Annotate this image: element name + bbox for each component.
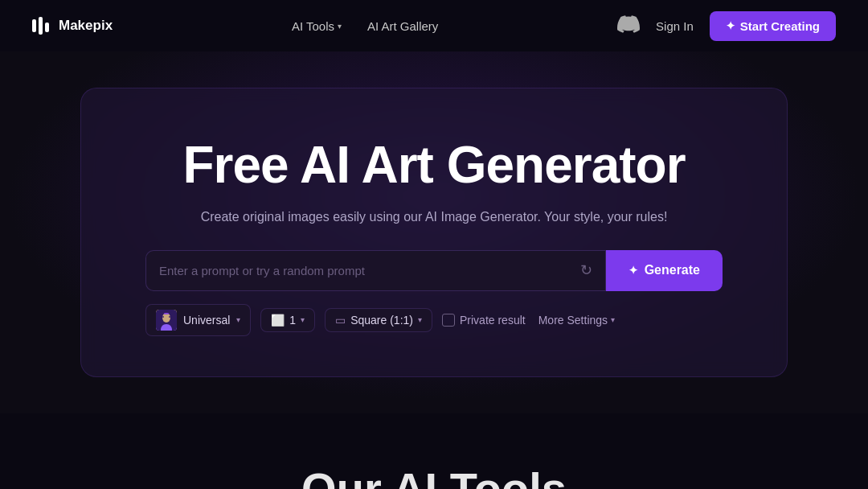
bottom-section: Our AI Tools <box>0 413 868 489</box>
sparkle-icon: ✦ <box>726 19 735 32</box>
svg-point-3 <box>162 316 164 318</box>
prompt-input-wrapper: ↻ <box>145 250 606 291</box>
count-chevron-icon: ▾ <box>301 315 305 324</box>
section-title: Our AI Tools <box>301 466 567 489</box>
count-selector[interactable]: ⬜ 1 ▾ <box>260 308 315 332</box>
prompt-row: ↻ ✦ Generate <box>145 250 723 291</box>
more-settings-chevron-icon: ▾ <box>611 315 615 324</box>
size-selector[interactable]: ▭ Square (1:1) ▾ <box>325 308 432 332</box>
brand-logo[interactable]: Makepix <box>32 17 113 35</box>
hero-card: Free AI Art Generator Create original im… <box>80 88 788 376</box>
nav-links: AI Tools ▾ AI Art Gallery <box>292 19 438 33</box>
navbar: Makepix AI Tools ▾ AI Art Gallery Sign I… <box>0 0 868 51</box>
more-settings[interactable]: More Settings ▾ <box>538 314 615 327</box>
generate-button[interactable]: ✦ Generate <box>606 250 723 291</box>
svg-rect-2 <box>164 313 169 314</box>
hero-title: Free AI Art Generator <box>182 137 685 193</box>
image-count-icon: ⬜ <box>271 314 285 327</box>
size-icon: ▭ <box>335 314 346 327</box>
discord-icon[interactable] <box>617 13 640 39</box>
nav-ai-tools[interactable]: AI Tools ▾ <box>292 19 342 33</box>
hero-subtitle: Create original images easily using our … <box>201 210 668 224</box>
model-avatar-face <box>156 310 177 331</box>
nav-ai-art-gallery[interactable]: AI Art Gallery <box>367 19 438 33</box>
svg-point-4 <box>169 316 170 318</box>
model-avatar <box>156 310 177 331</box>
prompt-input[interactable] <box>159 251 574 290</box>
chevron-down-icon: ▾ <box>338 22 342 31</box>
sign-in-button[interactable]: Sign In <box>656 19 694 33</box>
size-chevron-icon: ▾ <box>418 315 422 324</box>
private-label: Private result <box>460 314 526 327</box>
model-label: Universal <box>183 314 230 327</box>
logo-icon <box>32 17 49 35</box>
refresh-icon[interactable]: ↻ <box>580 261 592 279</box>
model-chevron-icon: ▾ <box>236 315 240 324</box>
options-row: Universal ▾ ⬜ 1 ▾ ▭ Square (1:1) ▾ Priva… <box>145 304 723 336</box>
start-creating-button[interactable]: ✦ Start Creating <box>710 11 836 41</box>
size-label: Square (1:1) <box>350 314 413 327</box>
more-settings-label: More Settings <box>538 314 608 327</box>
generate-sparkle-icon: ✦ <box>628 264 638 277</box>
private-toggle[interactable]: Private result <box>442 314 526 327</box>
count-label: 1 <box>289 314 296 327</box>
brand-name: Makepix <box>59 18 113 34</box>
model-selector[interactable]: Universal ▾ <box>145 304 251 336</box>
hero-section: Free AI Art Generator Create original im… <box>0 51 868 413</box>
nav-actions: Sign In ✦ Start Creating <box>617 11 836 41</box>
private-checkbox[interactable] <box>442 314 455 327</box>
